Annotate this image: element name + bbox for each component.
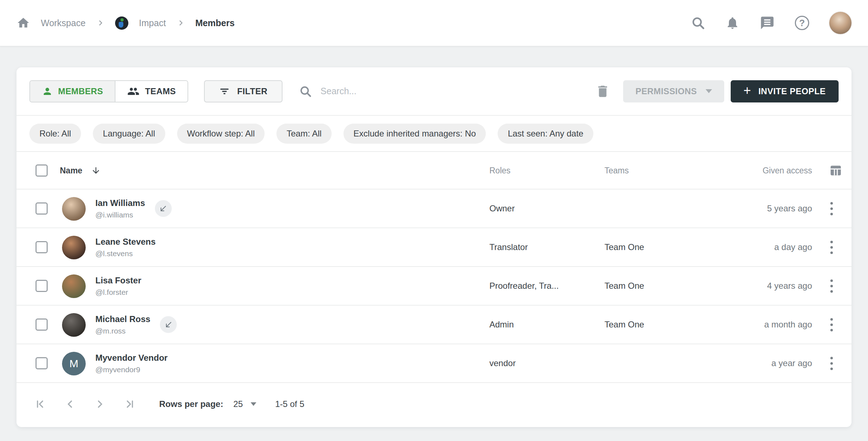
row-checkbox[interactable] <box>35 280 48 292</box>
row-menu-kebab-icon[interactable] <box>823 315 840 335</box>
next-page-icon[interactable] <box>94 398 106 410</box>
tab-members-label: MEMBERS <box>58 86 103 96</box>
given-access-cell: 5 years ago <box>767 203 812 214</box>
filter-icon <box>219 86 230 97</box>
rows-per-page-select[interactable]: 25 <box>233 399 257 409</box>
search-input[interactable] <box>321 86 475 96</box>
member-username: @i.williams <box>95 211 145 219</box>
previous-page-icon[interactable] <box>64 398 76 410</box>
member-identity: Lisa Foster @l.forster <box>95 275 141 297</box>
plus-icon: + <box>744 84 751 97</box>
column-roles: Roles <box>489 166 511 175</box>
chip-workflow-step[interactable]: Workflow step: All <box>177 124 265 144</box>
table-row: M Myvendor Vendor @myvendor9 vendor a ye… <box>16 344 852 383</box>
breadcrumb-project[interactable]: Impact <box>139 18 166 28</box>
search-icon[interactable] <box>691 16 705 30</box>
messages-chat-icon[interactable] <box>760 15 775 30</box>
member-name[interactable]: Ian Williams <box>95 198 145 208</box>
member-identity: Leane Stevens @l.stevens <box>95 237 156 258</box>
arrow-down-left-icon <box>159 204 167 213</box>
login-arrow-badge <box>160 316 177 333</box>
row-menu-kebab-icon[interactable] <box>823 237 840 257</box>
row-checkbox[interactable] <box>35 202 48 215</box>
row-menu-kebab-icon[interactable] <box>823 198 840 219</box>
caret-down-icon <box>251 402 256 406</box>
member-name[interactable]: Myvendor Vendor <box>95 353 167 363</box>
row-checkbox[interactable] <box>35 357 48 369</box>
person-icon <box>42 86 53 97</box>
avatar: M <box>62 352 86 375</box>
member-identity: Myvendor Vendor @myvendor9 <box>95 353 167 374</box>
members-card: MEMBERS TEAMS FILTER PERMISSIONS <box>16 67 852 427</box>
help-icon[interactable]: ? <box>795 16 809 30</box>
member-name[interactable]: Michael Ross <box>95 314 150 324</box>
permissions-button-label: PERMISSIONS <box>635 86 697 96</box>
chip-role[interactable]: Role: All <box>29 124 81 144</box>
column-settings-icon[interactable] <box>829 164 842 177</box>
tab-teams[interactable]: TEAMS <box>115 81 188 102</box>
members-table-body: Ian Williams @i.williams Owner 5 years a… <box>16 190 852 383</box>
roles-cell: Translator <box>489 242 528 252</box>
teams-cell: Team One <box>604 242 644 252</box>
avatar <box>62 236 86 259</box>
chip-language[interactable]: Language: All <box>93 124 165 144</box>
topbar-actions: ? <box>691 12 852 34</box>
first-page-icon[interactable] <box>34 398 46 410</box>
row-menu-kebab-icon[interactable] <box>823 353 840 373</box>
column-name-label: Name <box>60 166 82 175</box>
column-given-access: Given access <box>763 166 812 175</box>
member-username: @m.ross <box>95 327 150 335</box>
given-access-cell: a day ago <box>774 242 812 252</box>
table-row: Ian Williams @i.williams Owner 5 years a… <box>16 190 852 228</box>
avatar <box>62 197 86 221</box>
toolbar: MEMBERS TEAMS FILTER PERMISSIONS <box>16 67 852 116</box>
invite-people-button[interactable]: + INVITE PEOPLE <box>731 80 839 102</box>
rows-per-page-value: 25 <box>233 399 243 409</box>
avatar <box>62 313 86 337</box>
select-all-checkbox[interactable] <box>35 164 48 177</box>
arrow-down-left-icon <box>164 320 173 329</box>
filter-button-label: FILTER <box>237 86 267 96</box>
roles-cell: Admin <box>489 320 514 330</box>
chip-team[interactable]: Team: All <box>276 124 331 144</box>
chevron-right-icon <box>96 19 104 27</box>
given-access-cell: 4 years ago <box>767 281 812 291</box>
chip-exclude-inherited-managers[interactable]: Exclude inherited managers: No <box>343 124 486 144</box>
search-box <box>299 85 475 98</box>
login-arrow-badge <box>155 200 172 217</box>
row-checkbox[interactable] <box>35 241 48 253</box>
chevron-right-icon <box>177 19 185 27</box>
roles-cell: vendor <box>489 358 516 368</box>
rows-per-page-label: Rows per page: <box>159 399 223 409</box>
row-checkbox[interactable] <box>35 318 48 331</box>
notifications-bell-icon[interactable] <box>725 16 740 30</box>
filter-button[interactable]: FILTER <box>204 80 283 102</box>
people-icon <box>127 85 139 97</box>
pagination-bar: Rows per page: 25 1-5 of 5 <box>16 383 852 425</box>
member-username: @myvendor9 <box>95 365 167 374</box>
member-name[interactable]: Lisa Foster <box>95 275 141 286</box>
breadcrumb-current-page: Members <box>195 18 235 28</box>
breadcrumb: Workspace Impact Members <box>16 16 234 30</box>
row-menu-kebab-icon[interactable] <box>823 276 840 296</box>
caret-down-icon <box>706 89 712 93</box>
table-row: Leane Stevens @l.stevens Translator Team… <box>16 228 852 267</box>
last-page-icon[interactable] <box>124 398 136 410</box>
user-avatar[interactable] <box>829 12 852 34</box>
home-icon[interactable] <box>16 16 30 30</box>
column-name[interactable]: Name <box>60 166 101 175</box>
chip-last-seen[interactable]: Last seen: Any date <box>498 124 593 144</box>
breadcrumb-workspace[interactable]: Workspace <box>41 18 86 28</box>
pagination-range: 1-5 of 5 <box>275 399 304 409</box>
filter-chips-row: Role: All Language: All Workflow step: A… <box>16 116 852 152</box>
member-identity: Ian Williams @i.williams <box>95 198 172 219</box>
permissions-button[interactable]: PERMISSIONS <box>623 80 724 102</box>
teams-cell: Team One <box>604 281 644 291</box>
search-icon <box>299 85 312 98</box>
tab-members[interactable]: MEMBERS <box>30 81 115 102</box>
table-header: Name Roles Teams Given access <box>16 152 852 190</box>
project-logo[interactable] <box>115 16 128 30</box>
delete-trash-icon[interactable] <box>595 84 610 99</box>
invite-people-button-label: INVITE PEOPLE <box>758 86 826 96</box>
member-name[interactable]: Leane Stevens <box>95 237 156 247</box>
